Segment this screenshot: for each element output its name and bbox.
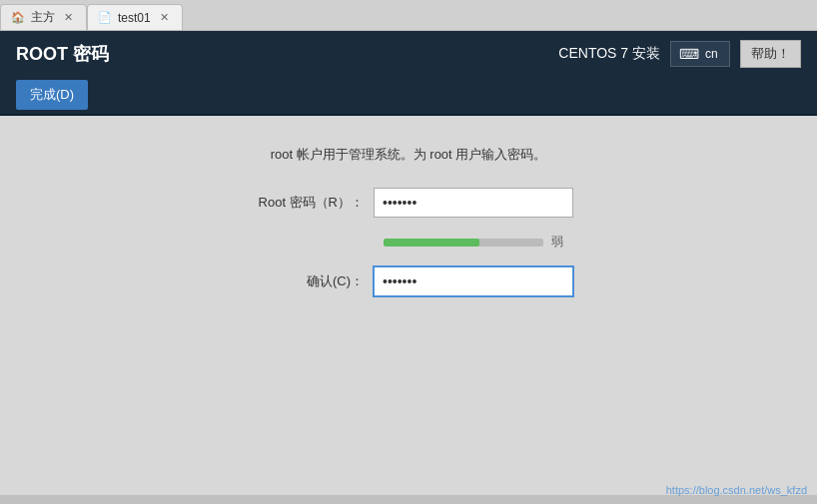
tab-bar: 🏠 主方 ✕ 📄 test01 ✕: [0, 0, 817, 30]
done-button[interactable]: 完成(D): [16, 80, 88, 110]
strength-row: 弱: [384, 234, 563, 251]
page-title: ROOT 密码: [16, 42, 109, 66]
root-password-row: Root 密码（R）：: [244, 188, 573, 218]
strength-bar-container: [384, 239, 543, 247]
description: root 帐户用于管理系统。为 root 用户输入密码。: [20, 146, 797, 164]
confirm-password-label: 确认(C)：: [244, 272, 364, 290]
page-header: ROOT 密码 CENTOS 7 安装 ⌨ cn 帮助！: [0, 31, 817, 76]
strength-label: 弱: [551, 234, 563, 251]
help-button[interactable]: 帮助！: [740, 40, 801, 68]
keyboard-icon: ⌨: [679, 46, 699, 62]
header-right: CENTOS 7 安装 ⌨ cn 帮助！: [558, 40, 801, 68]
root-password-input[interactable]: [374, 188, 573, 218]
tab-test01-label: test01: [118, 11, 151, 25]
centos-label: CENTOS 7 安装: [558, 45, 660, 63]
browser-chrome: 🏠 主方 ✕ 📄 test01 ✕: [0, 0, 817, 31]
root-password-label: Root 密码（R）：: [244, 194, 364, 212]
tab-test01-icon: 📄: [98, 11, 112, 24]
tab-home[interactable]: 🏠 主方 ✕: [0, 4, 87, 30]
tab-home-close[interactable]: ✕: [61, 10, 76, 25]
watermark: https://blog.csdn.net/ws_kfzd: [666, 484, 807, 496]
confirm-password-row: 确认(C)：: [244, 266, 573, 296]
tab-test01-close[interactable]: ✕: [157, 10, 172, 25]
lang-selector[interactable]: ⌨ cn: [670, 41, 730, 67]
main-content: root 帐户用于管理系统。为 root 用户输入密码。 Root 密码（R）：…: [0, 116, 817, 495]
action-bar: 完成(D): [0, 76, 817, 116]
home-icon: 🏠: [11, 11, 25, 24]
strength-bar-fill: [384, 239, 479, 247]
tab-test01[interactable]: 📄 test01 ✕: [87, 4, 183, 30]
tab-home-label: 主方: [31, 9, 55, 26]
form-container: Root 密码（R）： 弱 确认(C)：: [20, 188, 797, 296]
confirm-password-input[interactable]: [374, 266, 573, 296]
lang-label: cn: [705, 47, 718, 61]
